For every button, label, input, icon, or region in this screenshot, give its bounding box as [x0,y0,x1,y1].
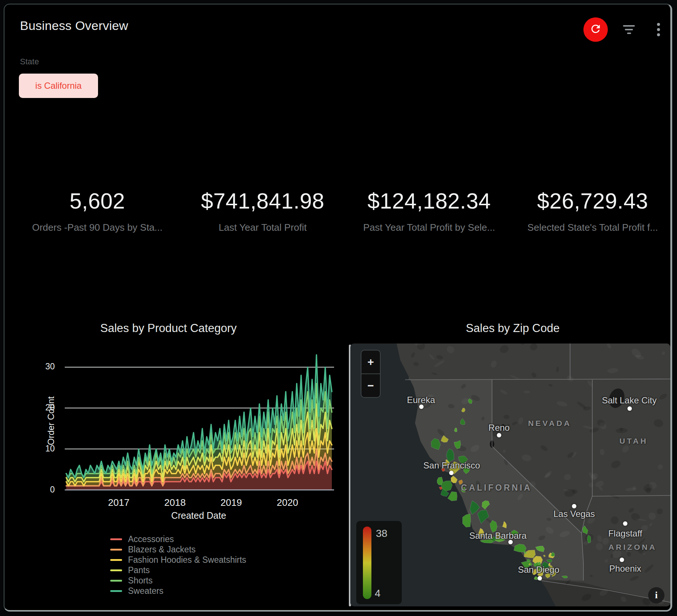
city-dot [572,504,576,508]
filter-list-icon [623,25,635,27]
page-title: Business Overview [20,18,128,33]
city-label-eureka: Eureka [407,395,435,405]
city-dot [623,521,627,526]
map-zoom-control: + − [361,350,381,398]
refresh-icon [589,23,602,37]
kpi-value: 5,602 [14,189,181,214]
x-tick-2020: 2020 [273,497,302,508]
category-chart-title: Sales by Product Category [100,322,237,335]
y-tick-0: 0 [36,485,55,495]
kebab-menu-icon [657,33,660,36]
city-label-salt-lake-city: Salt Lake City [602,395,657,406]
city-dot [620,558,624,562]
city-label-reno: Reno [488,423,509,433]
kpi-value: $741,841.98 [179,189,346,214]
y-tick-30: 30 [36,362,55,372]
city-label-flagstaff: Flagstaff [608,528,642,539]
city-dot [497,433,501,437]
state-label-california: CALIFORNIA [461,483,532,493]
filter-label: State [20,57,39,67]
zoom-in-button[interactable]: + [361,351,380,373]
zip-code-map[interactable]: Eureka Salt Lake City Reno San Francisco… [350,343,670,606]
dashboard-window: Business Overview State is California 5,… [4,4,672,612]
city-label-las-vegas: Las Vegas [553,509,595,519]
city-dot [627,406,632,411]
kebab-menu-icon [657,28,660,31]
city-dot [538,576,542,581]
filter-list-icon [627,33,631,34]
city-label-santa-barbara: Santa Barbara [469,531,527,541]
kpi-label: Past Year Total Profit by Sele... [346,222,512,233]
legend-swatch [110,569,122,571]
legend-swatch [110,549,122,551]
legend-item[interactable]: Fashion Hoodies & Sweatshirts [110,555,246,565]
kpi-past-year-profit: $124,182.34 Past Year Total Profit by Se… [346,189,512,233]
legend-item[interactable]: Blazers & Jackets [110,544,246,555]
city-label-san-diego: San Diego [518,565,559,575]
filter-list-icon [625,29,633,30]
legend-swatch [110,559,122,561]
color-gradient-bar [363,527,371,599]
x-axis-label: Created Date [154,510,243,521]
map-info-button[interactable]: i [648,587,664,603]
legend-label: Fashion Hoodies & Sweatshirts [128,555,246,565]
kpi-state-profit: $26,729.43 Selected State's Total Profit… [509,189,672,233]
x-tick-2017: 2017 [104,497,134,508]
y-axis-label: Order Count [46,396,56,445]
legend-swatch [110,580,122,582]
state-label-arizona: ARIZONA [609,543,657,552]
zoom-out-button[interactable]: − [361,374,380,397]
state-label-nevada: NEVADA [528,419,571,428]
x-tick-2019: 2019 [216,497,246,508]
y-tick-10: 10 [36,444,55,454]
city-dot [449,471,454,475]
category-area-chart[interactable] [65,352,334,492]
x-tick-2018: 2018 [160,497,190,508]
legend-item[interactable]: Accessories [110,534,246,544]
dashboard-menu-button[interactable] [650,21,667,38]
legend-label: Sweaters [128,586,164,596]
refresh-button[interactable] [583,17,608,42]
kpi-value: $124,182.34 [346,189,512,214]
city-label-san-francisco: San Francisco [423,460,480,471]
kebab-menu-icon [657,23,660,26]
legend-item[interactable]: Shorts [110,575,246,586]
legend-label: Accessories [128,534,174,544]
scale-min-value: 4 [375,588,381,599]
chart-legend: Accessories Blazers & Jackets Fashion Ho… [110,534,246,596]
kpi-value: $26,729.43 [509,189,672,214]
state-label-utah: UTAH [620,437,648,446]
scale-max-value: 38 [376,528,387,539]
state-filter-chip[interactable]: is California [19,74,98,98]
kpi-label: Last Year Total Profit [179,222,346,233]
filter-button[interactable] [621,21,637,38]
kpi-label: Selected State's Total Profit f... [509,222,672,233]
info-icon: i [655,590,657,601]
kpi-last-year-profit: $741,841.98 Last Year Total Profit [179,189,346,233]
kpi-orders: 5,602 Orders -Past 90 Days by Sta... [14,189,181,233]
legend-label: Blazers & Jackets [128,545,196,555]
legend-label: Pants [128,565,150,575]
legend-item[interactable]: Pants [110,565,246,575]
map-color-scale: 38 4 [356,521,402,604]
legend-swatch [110,590,122,592]
legend-label: Shorts [128,576,152,586]
city-label-phoenix: Phoenix [609,563,641,574]
legend-swatch [110,538,122,540]
legend-item[interactable]: Sweaters [110,586,246,596]
map-chart-title: Sales by Zip Code [459,322,566,335]
kpi-label: Orders -Past 90 Days by Sta... [14,222,181,233]
